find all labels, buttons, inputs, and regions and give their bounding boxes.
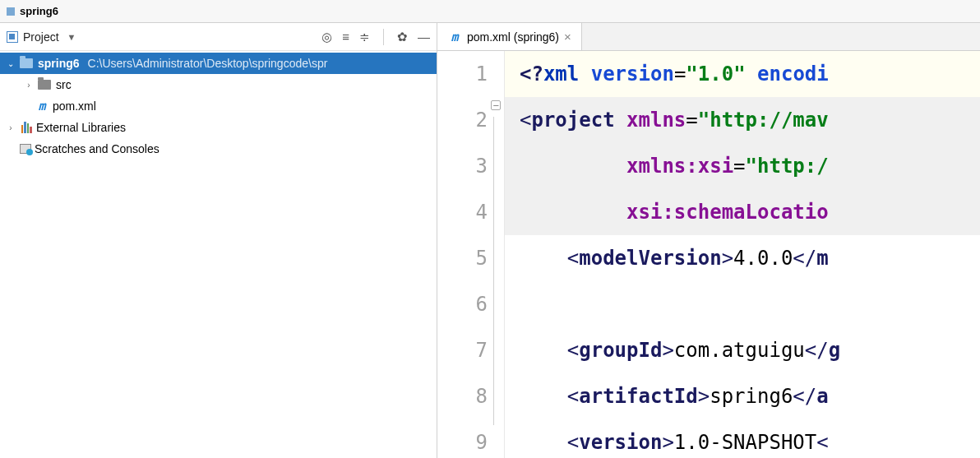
project-cube-icon [7,7,15,16]
code-line[interactable]: xmlns:xsi="http:/ [505,143,980,189]
tree-scratches-label: Scratches and Consoles [35,142,159,155]
line-number: 4 [437,189,488,235]
maven-file-icon: m [35,99,49,113]
libraries-icon [20,122,33,133]
fold-region: − [491,100,502,110]
line-gutter: 1 2 3 4 5 6 7 8 9 − [437,51,505,458]
code-body[interactable]: <?xml version="1.0" encodi <project xmln… [505,51,980,458]
line-number: 2 [437,97,488,143]
expand-icon[interactable]: › [23,81,35,90]
project-sidebar: Project ▼ ◎ ≡ ≑ ✿ — ⌄ spring6 C:\Users\A… [0,23,437,458]
editor-panel: m pom.xml (spring6) × 1 2 3 4 5 6 7 8 9 … [437,23,980,458]
module-folder-icon [20,58,33,68]
code-line[interactable]: <modelVersion>4.0.0</m [505,235,980,281]
divider [383,29,384,45]
code-line[interactable]: <project xmlns="http://mav [505,97,980,143]
collapse-all-icon[interactable]: ≑ [359,30,370,43]
project-view-icon [7,31,18,43]
gear-icon[interactable]: ✿ [397,30,408,43]
project-tree[interactable]: ⌄ spring6 C:\Users\Administrator\Desktop… [0,51,437,458]
line-number: 9 [437,419,488,458]
target-icon[interactable]: ◎ [321,30,332,43]
project-view-label[interactable]: Project [23,30,59,44]
tree-src-label: src [56,78,72,91]
expand-icon[interactable]: ⌄ [5,59,16,68]
project-header-actions: ◎ ≡ ≑ ✿ — [321,29,430,45]
main-area: Project ▼ ◎ ≡ ≑ ✿ — ⌄ spring6 C:\Users\A… [0,23,980,458]
fold-line [493,117,502,425]
line-number: 3 [437,143,488,189]
line-number: 8 [437,373,488,419]
folder-icon [38,80,51,90]
editor-tab-label: pom.xml (spring6) [467,30,559,44]
line-number: 5 [437,235,488,281]
tree-root-path: C:\Users\Administrator\Desktop\springcod… [88,57,328,70]
hide-icon[interactable]: — [418,30,430,43]
line-number: 1 [437,51,488,97]
title-bar: spring6 [0,0,980,23]
code-line[interactable]: <version>1.0-SNAPSHOT< [505,419,980,458]
code-line[interactable] [505,281,980,327]
maven-file-icon: m [447,30,462,44]
code-line[interactable]: <artifactId>spring6</a [505,373,980,419]
tree-scratches-row[interactable]: Scratches and Consoles [0,138,437,160]
tree-pom-label: pom.xml [53,99,96,113]
fold-toggle-icon[interactable]: − [491,100,501,110]
tree-src-row[interactable]: › src [0,74,437,95]
tree-external-label: External Libraries [36,121,126,134]
chevron-down-icon[interactable]: ▼ [67,32,76,42]
project-tool-header: Project ▼ ◎ ≡ ≑ ✿ — [0,23,437,51]
line-number: 7 [437,327,488,373]
code-line[interactable]: <groupId>com.atguigu</g [505,327,980,373]
tree-pom-row[interactable]: m pom.xml [0,95,437,117]
tree-root-name: spring6 [38,57,80,70]
code-area[interactable]: 1 2 3 4 5 6 7 8 9 − <?xml version="1.0" … [437,51,980,458]
code-line[interactable]: <?xml version="1.0" encodi [505,51,980,97]
tree-external-row[interactable]: › External Libraries [0,117,437,138]
scratches-icon [20,144,31,154]
code-line[interactable]: xsi:schemaLocatio [505,189,980,235]
expand-all-icon[interactable]: ≡ [342,30,349,43]
editor-tabs: m pom.xml (spring6) × [437,23,980,51]
close-icon[interactable]: × [564,30,571,44]
tree-root-row[interactable]: ⌄ spring6 C:\Users\Administrator\Desktop… [0,53,437,74]
line-number: 6 [437,281,488,327]
editor-tab[interactable]: m pom.xml (spring6) × [437,23,582,50]
expand-icon[interactable]: › [5,123,16,132]
window-title: spring6 [20,5,58,17]
